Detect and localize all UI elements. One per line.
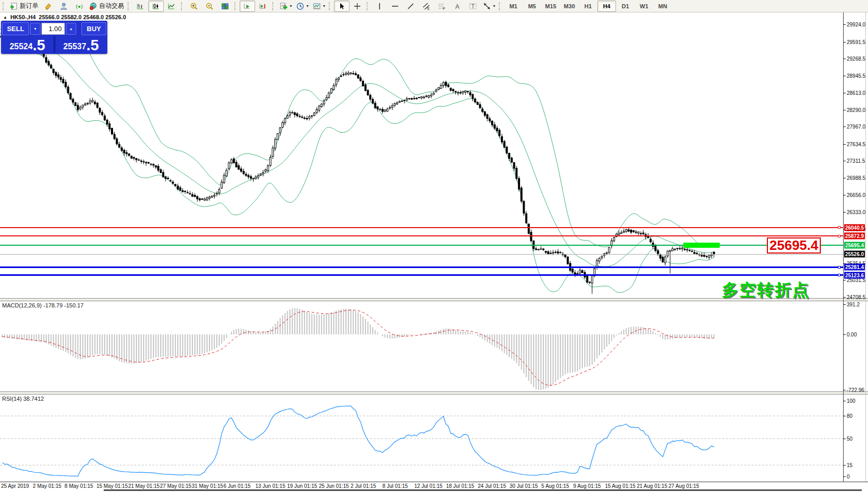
volume-increase-button[interactable]: ▲ xyxy=(66,23,76,35)
timeframe-M5[interactable]: M5 xyxy=(523,1,541,12)
volume-input[interactable]: 1.00 xyxy=(41,23,65,35)
date-label: 8 Jul 01:15 xyxy=(383,483,408,489)
templates-caret[interactable]: ▾ xyxy=(323,4,325,8)
toolbar-grip[interactable] xyxy=(181,2,184,10)
tile-windows-button[interactable] xyxy=(217,1,233,12)
arrows-caret[interactable]: ▾ xyxy=(493,4,495,8)
new-order-button[interactable]: 新订单 xyxy=(8,1,40,12)
equidistant-channel-icon: E xyxy=(422,2,430,10)
date-label: 8 May 01:15 xyxy=(65,483,93,489)
date-label: 15 May 01:15 xyxy=(96,483,128,489)
bar-chart-button[interactable] xyxy=(133,1,148,12)
buy-price-int: 25537 xyxy=(63,41,87,52)
rsi-tick xyxy=(843,465,846,466)
text-label-button[interactable]: T xyxy=(465,1,481,12)
buy-price[interactable]: 25537.5 xyxy=(56,36,107,53)
toolbar-grip[interactable] xyxy=(499,2,502,10)
green-highlight-rectangle[interactable] xyxy=(683,243,720,248)
horizontal-scrollbar[interactable] xyxy=(104,489,862,491)
sell-price[interactable]: 25524.5 xyxy=(2,36,53,53)
rsi-panel[interactable] xyxy=(0,395,843,481)
equidistant-channel-button[interactable]: E xyxy=(418,1,434,12)
toolbar-grip[interactable] xyxy=(329,2,332,10)
timeframe-M30[interactable]: M30 xyxy=(560,1,579,12)
sell-button[interactable]: SELL xyxy=(2,22,29,35)
rsi-tick-label: 50 xyxy=(847,436,852,442)
timeframe-M1[interactable]: M1 xyxy=(504,1,523,12)
auto-scroll-button[interactable] xyxy=(240,1,255,12)
autotrading-button[interactable]: 自动交易 xyxy=(87,1,126,12)
toolbar-grip[interactable] xyxy=(3,2,6,10)
candlestick-chart-button[interactable] xyxy=(148,1,164,12)
templates-button[interactable]: ▾ xyxy=(311,1,327,12)
line-endpoint-marker[interactable] xyxy=(838,274,841,276)
periods-caret[interactable]: ▾ xyxy=(306,4,309,8)
signals-button[interactable] xyxy=(72,1,87,12)
toolbar-grip[interactable] xyxy=(128,2,131,10)
date-label: 18 Jul 01:15 xyxy=(446,483,474,489)
remote-terminal-button[interactable] xyxy=(56,1,72,12)
rsi-label: RSI(14) 38.7412 xyxy=(2,396,44,402)
cursor-button[interactable] xyxy=(334,1,349,12)
line-endpoint-marker[interactable] xyxy=(838,226,841,229)
fibonacci-button[interactable]: F xyxy=(434,1,450,12)
indicators-button[interactable]: ▾ xyxy=(277,1,294,12)
chart-shift-button[interactable] xyxy=(255,1,271,12)
collapse-panel-icon[interactable]: ▲ xyxy=(3,15,7,20)
timeframe-M15[interactable]: M15 xyxy=(541,1,560,12)
yellow-tag-button[interactable] xyxy=(40,1,56,12)
rsi-tick xyxy=(843,476,846,477)
macd-panel[interactable] xyxy=(0,301,843,391)
date-label: 21 Aug 01:15 xyxy=(637,483,667,489)
text-button[interactable]: A xyxy=(450,1,465,12)
indicators-caret[interactable]: ▾ xyxy=(290,4,292,8)
vertical-line-button[interactable] xyxy=(372,1,387,12)
toolbar-grip[interactable] xyxy=(272,2,275,10)
chart-shift-icon xyxy=(259,2,267,10)
symbol-period-label: HK50-,H4 xyxy=(10,14,36,20)
horizontal-line-26040.5[interactable] xyxy=(0,227,843,228)
volume-decrease-button[interactable]: ▼ xyxy=(30,23,40,35)
price-tick-label: 28290.0 xyxy=(847,107,865,113)
svg-text:F: F xyxy=(443,7,445,10)
timeframe-MN[interactable]: MN xyxy=(653,1,672,12)
price-tick-label: 27967.0 xyxy=(847,124,865,130)
horizontal-line-25526.0[interactable] xyxy=(0,254,843,255)
arrows-button[interactable]: ▾ xyxy=(481,1,497,12)
turning-point-note[interactable]: 多空转折点 xyxy=(722,279,810,302)
price-tick-label: 26988.5 xyxy=(847,175,865,180)
horizontal-line-button[interactable] xyxy=(387,1,403,12)
trendline-icon xyxy=(407,2,415,10)
price-tick xyxy=(843,126,846,127)
zoom-out-button[interactable] xyxy=(202,1,217,12)
yellow-tag-icon xyxy=(44,2,52,10)
horizontal-line-25123.6[interactable] xyxy=(0,274,843,276)
price-tick xyxy=(843,59,846,59)
horizontal-line-25872.9[interactable] xyxy=(0,235,843,236)
line-endpoint-marker[interactable] xyxy=(838,266,841,269)
timeframe-D1[interactable]: D1 xyxy=(616,1,635,12)
toolbar-grip[interactable] xyxy=(234,2,237,10)
buy-button[interactable]: BUY xyxy=(81,22,106,35)
candlestick-chart-icon xyxy=(152,2,160,10)
signals-icon xyxy=(75,2,83,10)
zoom-in-button[interactable] xyxy=(186,1,202,12)
line-chart-icon xyxy=(167,2,176,10)
date-label: 12 Jul 01:15 xyxy=(414,483,443,489)
candlestick-chart[interactable] xyxy=(0,12,843,298)
trendline-button[interactable] xyxy=(403,1,418,12)
line-endpoint-marker[interactable] xyxy=(838,235,841,237)
crosshair-button[interactable] xyxy=(349,1,365,12)
timeframe-H1[interactable]: H1 xyxy=(579,1,597,12)
clock-icon xyxy=(296,2,304,10)
timeframe-W1[interactable]: W1 xyxy=(635,1,653,12)
zoom-in-icon xyxy=(190,2,198,10)
line-chart-button[interactable] xyxy=(164,1,179,12)
price-callout-label[interactable]: 25695.4 xyxy=(767,237,821,254)
price-tick-label: 29924.0 xyxy=(847,22,865,27)
horizontal-line-25281.4[interactable] xyxy=(0,266,843,268)
periods-button[interactable]: ▾ xyxy=(294,1,311,12)
timeframe-H4[interactable]: H4 xyxy=(597,1,616,12)
toolbar-grip[interactable] xyxy=(367,2,370,10)
svg-text:E: E xyxy=(427,7,430,10)
